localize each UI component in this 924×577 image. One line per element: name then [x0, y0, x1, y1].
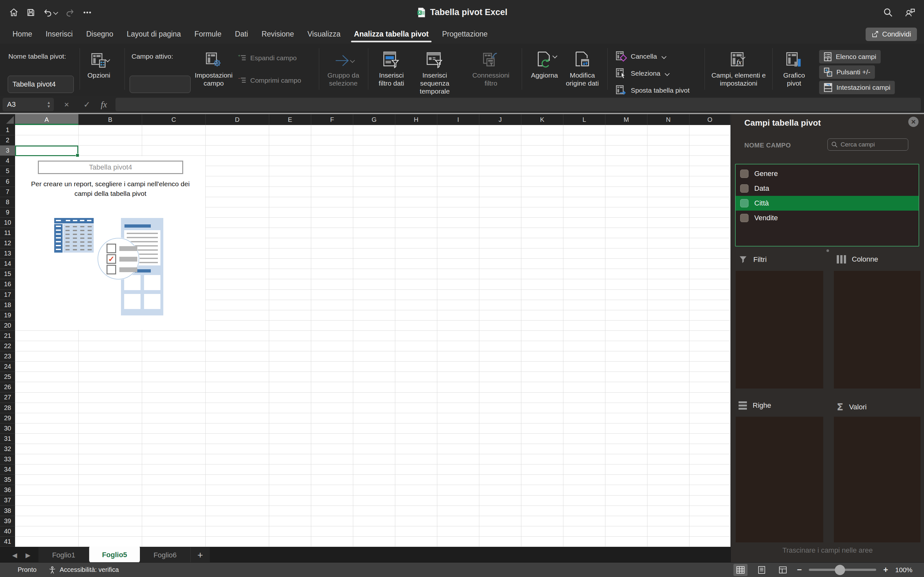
row-header-10[interactable]: 10 [0, 218, 15, 228]
ribbon-tab-progettazione[interactable]: Progettazione [435, 25, 494, 44]
redo-icon[interactable] [65, 8, 75, 17]
normal-view-icon[interactable] [733, 564, 748, 576]
column-header-J[interactable]: J [479, 114, 521, 125]
row-header-11[interactable]: 11 [0, 228, 15, 238]
row-header-8[interactable]: 8 [0, 197, 15, 207]
zoom-in-icon[interactable]: + [883, 565, 888, 575]
field-headers-toggle[interactable]: Intestazioni campi [819, 81, 895, 94]
field-list-toggle[interactable]: Elenco campi [819, 50, 881, 63]
field-checkbox-genere[interactable] [740, 169, 748, 178]
share-button[interactable]: Condividi [866, 27, 917, 41]
select-all-corner[interactable] [0, 114, 15, 125]
zoom-slider[interactable] [809, 569, 876, 571]
column-header-L[interactable]: L [564, 114, 606, 125]
column-header-M[interactable]: M [606, 114, 648, 125]
row-header-38[interactable]: 38 [0, 506, 15, 516]
field-checkbox-vendite[interactable] [740, 214, 748, 222]
ribbon-tab-visualizza[interactable]: Visualizza [300, 25, 347, 44]
save-icon[interactable] [26, 8, 35, 17]
row-header-4[interactable]: 4 [0, 156, 15, 166]
field-item-genere[interactable]: Genere [736, 166, 919, 181]
group-selection-button[interactable]: Gruppo da selezione [323, 48, 363, 87]
row-header-41[interactable]: 41 [0, 537, 15, 547]
sheet-tab-foglio5[interactable]: Foglio5 [89, 546, 140, 563]
column-header-E[interactable]: E [269, 114, 311, 125]
zoom-out-icon[interactable]: − [797, 565, 802, 575]
columns-drop-zone[interactable] [834, 271, 921, 388]
ribbon-tab-home[interactable]: Home [6, 25, 39, 44]
undo-button[interactable] [43, 8, 57, 17]
row-header-1[interactable]: 1 [0, 125, 15, 135]
sheet-tab-foglio1[interactable]: Foglio1 [39, 547, 89, 563]
change-data-source-button[interactable]: Modifica origine dati [562, 48, 603, 87]
row-header-3[interactable]: 3 [0, 145, 15, 156]
ribbon-tab-inserisci[interactable]: Inserisci [39, 25, 79, 44]
fill-handle[interactable] [76, 153, 79, 157]
add-sheet-icon[interactable]: + [191, 547, 210, 563]
insert-timeline-button[interactable]: Inserisci sequenza temporale [412, 48, 457, 95]
filters-drop-zone[interactable] [736, 271, 823, 388]
pivot-name-input[interactable]: Tabella pivot4 [8, 76, 74, 93]
insert-slicer-button[interactable]: Inserisci filtro dati [372, 48, 411, 87]
sheet-nav-left-icon[interactable]: ◀ [12, 551, 17, 559]
row-header-13[interactable]: 13 [0, 248, 15, 259]
formula-input[interactable] [115, 98, 921, 111]
row-header-18[interactable]: 18 [0, 300, 15, 310]
row-header-32[interactable]: 32 [0, 444, 15, 454]
row-header-37[interactable]: 37 [0, 495, 15, 506]
row-header-21[interactable]: 21 [0, 331, 15, 341]
sheet-nav-right-icon[interactable]: ▶ [25, 551, 30, 559]
undo-chevron-icon[interactable] [53, 10, 58, 15]
active-cell-selection[interactable] [15, 145, 78, 156]
field-checkbox-data[interactable] [740, 184, 748, 193]
row-header-35[interactable]: 35 [0, 475, 15, 485]
options-button[interactable]: Opzioni [82, 48, 115, 79]
contacts-icon[interactable] [905, 7, 916, 18]
ribbon-tab-revisione[interactable]: Revisione [255, 25, 300, 44]
page-layout-view-icon[interactable] [754, 564, 769, 576]
row-header-29[interactable]: 29 [0, 413, 15, 424]
select-button[interactable]: Seleziona [615, 68, 669, 79]
clear-button[interactable]: Cancella [615, 51, 666, 62]
row-header-34[interactable]: 34 [0, 464, 15, 475]
ribbon-tab-layout-di-pagina[interactable]: Layout di pagina [120, 25, 188, 44]
sheet-tab-foglio6[interactable]: Foglio6 [140, 547, 191, 563]
search-icon[interactable] [883, 7, 893, 18]
column-header-A[interactable]: A [15, 114, 79, 125]
row-header-9[interactable]: 9 [0, 207, 15, 218]
row-header-24[interactable]: 24 [0, 362, 15, 372]
row-header-28[interactable]: 28 [0, 403, 15, 413]
column-header-O[interactable]: O [690, 114, 730, 125]
column-header-N[interactable]: N [648, 114, 690, 125]
row-header-33[interactable]: 33 [0, 454, 15, 464]
collapse-field-button[interactable]: − Comprimi campo [238, 76, 301, 85]
column-header-K[interactable]: K [521, 114, 564, 125]
more-icon[interactable] [82, 8, 92, 17]
column-header-H[interactable]: H [395, 114, 437, 125]
row-header-12[interactable]: 12 [0, 238, 15, 248]
move-pivottable-button[interactable]: Sposta tabella pivot [615, 85, 690, 96]
fields-items-settings-button[interactable]: fx Campi, elementi e impostazioni [710, 48, 767, 87]
row-header-39[interactable]: 39 [0, 516, 15, 526]
column-header-C[interactable]: C [142, 114, 206, 125]
row-header-27[interactable]: 27 [0, 392, 15, 403]
row-header-16[interactable]: 16 [0, 279, 15, 290]
row-header-2[interactable]: 2 [0, 135, 15, 145]
values-drop-zone[interactable] [834, 417, 921, 542]
column-header-D[interactable]: D [206, 114, 269, 125]
pane-resize-handle[interactable] [827, 250, 829, 252]
column-header-G[interactable]: G [353, 114, 395, 125]
function-icon[interactable]: fx [101, 96, 107, 113]
ribbon-tab-disegno[interactable]: Disegno [79, 25, 120, 44]
sheet-cells[interactable]: Tabella pivot4 Per creare un report, sce… [15, 125, 730, 547]
row-header-17[interactable]: 17 [0, 290, 15, 300]
row-header-7[interactable]: 7 [0, 187, 15, 197]
name-box[interactable]: A3 ▲▼ [3, 98, 54, 111]
plus-minus-buttons-toggle[interactable]: Pulsanti +/- [819, 65, 875, 79]
zoom-slider-thumb[interactable] [835, 565, 845, 575]
row-header-19[interactable]: 19 [0, 310, 15, 321]
pivot-chart-button[interactable]: Grafico pivot [776, 48, 812, 87]
field-item-citt[interactable]: Città [736, 196, 919, 211]
row-header-6[interactable]: 6 [0, 176, 15, 187]
confirm-icon[interactable]: ✓ [83, 96, 90, 113]
